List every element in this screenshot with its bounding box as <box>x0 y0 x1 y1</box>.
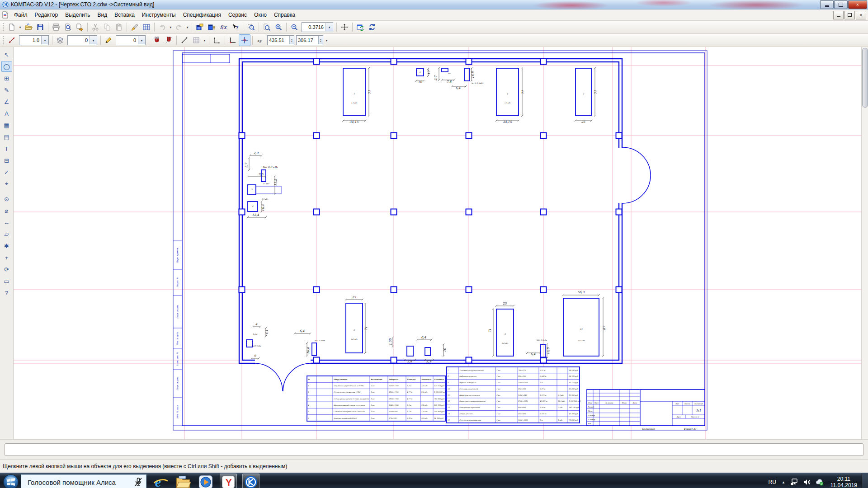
cut-button[interactable] <box>90 21 101 33</box>
microphone-muted-icon[interactable] <box>132 476 144 488</box>
y-coordinate-field[interactable]: 306.17▲▼ <box>296 35 323 45</box>
dropdown-arrow-icon[interactable]: ▾ <box>202 35 207 45</box>
rotate-tool-icon[interactable]: ⟳ <box>1 264 12 275</box>
media-player-icon[interactable] <box>197 474 214 488</box>
menu-сервис[interactable]: Сервис <box>225 10 250 20</box>
angle-slash-button[interactable] <box>179 34 190 46</box>
print-button[interactable] <box>50 21 62 33</box>
network-icon[interactable] <box>790 478 799 486</box>
diameter-tool-icon[interactable]: ⌀ <box>1 205 12 216</box>
dimension-tool-icon[interactable]: ↔ <box>1 217 12 228</box>
collect-tool-icon[interactable]: ✱ <box>1 240 12 251</box>
table-tool-icon[interactable]: ⊟ <box>1 155 12 166</box>
circle-tool-icon[interactable]: ⊙ <box>1 193 12 204</box>
text-tool-icon[interactable]: T <box>1 143 12 154</box>
fx-variables-button[interactable]: f(x) <box>217 21 229 33</box>
dropdown-arrow-icon[interactable]: ▾ <box>18 22 23 32</box>
close-button[interactable]: × <box>848 0 867 9</box>
cloud-sync-icon[interactable] <box>815 478 824 486</box>
menu-файл[interactable]: Файл <box>10 10 31 20</box>
open-document-button[interactable] <box>23 21 34 33</box>
menu-редактор[interactable]: Редактор <box>31 10 62 20</box>
zoom-scale-combo[interactable]: 0.3716▾ <box>302 22 333 32</box>
drawing-canvas[interactable]: Перв. примен.Справ. №Подп. и датаИнв. № … <box>14 47 861 439</box>
dropdown-arrow-icon[interactable]: ▾ <box>324 35 329 45</box>
paste-button[interactable] <box>113 21 125 33</box>
dropdown-arrow-icon[interactable]: ▾ <box>41 36 48 44</box>
check-tool-icon[interactable]: ✓ <box>1 167 12 178</box>
grid-snap-button[interactable] <box>190 34 202 46</box>
menu-выделить[interactable]: Выделить <box>61 10 94 20</box>
new-document-button[interactable] <box>6 21 18 33</box>
cursor-step-combo[interactable]: 1.0▾ <box>19 35 49 45</box>
pan-button[interactable] <box>339 21 350 33</box>
alice-search-box[interactable]: Голосовой помощник Алиса <box>21 474 146 488</box>
cursor-step-button[interactable] <box>6 34 18 46</box>
volume-icon[interactable] <box>802 478 811 486</box>
spinner-arrows[interactable]: ▲▼ <box>318 36 323 44</box>
menu-окно[interactable]: Окно <box>250 10 270 20</box>
start-button[interactable] <box>3 474 19 488</box>
refresh-view-button[interactable] <box>366 21 378 33</box>
snap-magnet-2-button[interactable] <box>163 34 175 46</box>
angle-tool-icon[interactable]: ∠ <box>1 96 12 107</box>
window-refresh-button[interactable] <box>354 21 366 33</box>
pointer-tool-icon[interactable]: ↖ <box>1 49 12 60</box>
redo-button[interactable] <box>173 21 185 33</box>
current-group-combo[interactable]: 0▾ <box>116 35 146 45</box>
undo-button[interactable] <box>156 21 168 33</box>
ortho-mode-button[interactable] <box>239 34 250 46</box>
spinner-arrows[interactable]: ▲▼ <box>289 36 294 44</box>
copy-properties-button[interactable] <box>129 21 141 33</box>
dropdown-arrow-icon[interactable]: ▾ <box>168 22 173 32</box>
menu-вставка[interactable]: Вставка <box>111 10 138 20</box>
convert-button[interactable] <box>74 21 85 33</box>
restore-button[interactable] <box>834 0 848 9</box>
minimize-button[interactable] <box>820 0 834 9</box>
zoom-document-button[interactable] <box>261 21 273 33</box>
language-indicator[interactable]: RU <box>769 479 776 485</box>
letters-tool-icon[interactable]: A <box>1 108 12 119</box>
show-desktop-button[interactable] <box>862 473 868 488</box>
zoom-frame-button[interactable] <box>245 21 257 33</box>
menu-вид[interactable]: Вид <box>94 10 111 20</box>
mdi-close-button[interactable]: × <box>856 11 866 19</box>
tray-expand-icon[interactable]: ▲ <box>782 480 785 484</box>
zoom-in-button[interactable] <box>273 21 284 33</box>
dropdown-arrow-icon[interactable]: ▾ <box>90 36 97 44</box>
xy-coords-button[interactable]: xy <box>255 34 266 46</box>
pen-group-button[interactable] <box>103 34 114 46</box>
menu-спецификация[interactable]: Спецификация <box>179 10 225 20</box>
corner-snap-button[interactable] <box>227 34 239 46</box>
local-axes-button[interactable] <box>211 34 223 46</box>
internet-explorer-icon[interactable]: e <box>152 474 169 488</box>
sheet-tool-icon[interactable]: ▤ <box>1 131 12 142</box>
copy-button[interactable] <box>101 21 113 33</box>
pencil-tool-icon[interactable]: ✎ <box>1 84 12 95</box>
dropdown-arrow-icon[interactable]: ▾ <box>326 23 333 31</box>
current-layer-combo[interactable]: 0▾ <box>67 35 97 45</box>
yandex-browser-icon[interactable]: Y <box>220 474 237 488</box>
mdi-minimize-button[interactable] <box>833 11 844 19</box>
x-coordinate-field[interactable]: 435.51▲▼ <box>267 35 294 45</box>
geometry-tool-icon[interactable]: ◯ <box>1 61 12 72</box>
hatch-tool-icon[interactable]: ▦ <box>1 120 12 131</box>
grid-tool-icon[interactable]: ⊞ <box>1 73 12 84</box>
snap-magnet-button[interactable] <box>151 34 163 46</box>
context-help-button[interactable]: ? <box>229 21 241 33</box>
layers-button[interactable] <box>54 34 66 46</box>
spec-description-button[interactable] <box>206 21 217 33</box>
zoom-scale-button[interactable] <box>288 21 300 33</box>
save-document-button[interactable] <box>34 21 46 33</box>
dropdown-arrow-icon[interactable]: ▾ <box>185 22 190 32</box>
menu-справка[interactable]: Справка <box>270 10 299 20</box>
spec-window-button[interactable] <box>194 21 206 33</box>
kompas-taskbar-icon[interactable] <box>242 474 259 488</box>
spreadsheet-button[interactable] <box>141 21 152 33</box>
scrollbar-thumb[interactable] <box>862 48 868 108</box>
axis-tool-icon[interactable]: ⌖ <box>1 178 12 189</box>
insert-tool-icon[interactable]: + <box>1 252 12 263</box>
document-icon[interactable] <box>1 11 9 19</box>
vertical-scrollbar[interactable] <box>861 47 868 439</box>
menu-инструменты[interactable]: Инструменты <box>138 10 179 20</box>
